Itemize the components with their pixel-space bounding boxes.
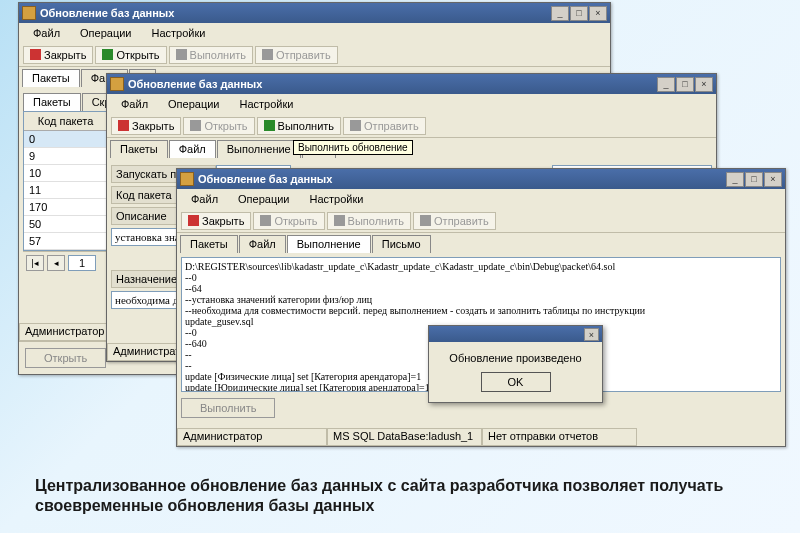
packets-table: Код пакета 0 9 10 11 170 50 57 (23, 111, 108, 251)
app-icon (180, 172, 194, 186)
tab-packets[interactable]: Пакеты (180, 235, 238, 253)
tb-run-button[interactable]: Выполнить (257, 117, 341, 135)
x-icon (30, 49, 41, 60)
win3-titlebar[interactable]: Обновление баз данных _ □ × (177, 169, 785, 189)
open-icon (260, 215, 271, 226)
menu-operations[interactable]: Операции (158, 96, 229, 112)
nav-page[interactable]: 1 (68, 255, 96, 271)
tab-execution[interactable]: Выполнение (217, 140, 301, 158)
table-row[interactable]: 170 (24, 199, 107, 216)
mail-icon (420, 215, 431, 226)
menu-operations[interactable]: Операции (228, 191, 299, 207)
win1-menubar: Файл Операции Настройки (19, 23, 610, 43)
menu-file[interactable]: Файл (181, 191, 228, 207)
tb-close-button[interactable]: Закрыть (23, 46, 93, 64)
win3-toolbar: Закрыть Открыть Выполнить Отправить (177, 209, 785, 233)
run-button-bottom[interactable]: Выполнить (181, 398, 275, 418)
tb-send-button[interactable]: Отправить (413, 212, 496, 230)
play-icon (334, 215, 345, 226)
win3-menubar: Файл Операции Настройки (177, 189, 785, 209)
mail-icon (350, 120, 361, 131)
msgbox: × Обновление произведено OK (428, 325, 603, 403)
msgbox-text: Обновление произведено (439, 352, 592, 364)
win1-titlebar[interactable]: Обновление баз данных _ □ × (19, 3, 610, 23)
table-row[interactable]: 10 (24, 165, 107, 182)
app-icon (110, 77, 124, 91)
tab-file[interactable]: Файл (169, 140, 216, 158)
menu-settings[interactable]: Настройки (300, 191, 374, 207)
status-user: Администратор (177, 428, 327, 446)
status-reports: Нет отправки отчетов (482, 428, 637, 446)
tb-close-button[interactable]: Закрыть (181, 212, 251, 230)
tb-run-button[interactable]: Выполнить (327, 212, 411, 230)
win3-root: Обновление баз данных _ □ × Файл Операци… (176, 168, 786, 447)
table-row[interactable]: 50 (24, 216, 107, 233)
x-icon (188, 215, 199, 226)
tooltip-run: Выполнить обновление (293, 140, 413, 155)
win2-menubar: Файл Операции Настройки (107, 94, 716, 114)
slide-caption: Централизованное обновление баз данных с… (35, 476, 770, 516)
win3-statusbar: Администратор MS SQL DataBase:ladush_1 Н… (177, 428, 785, 446)
win2-toolbar: Закрыть Открыть Выполнить Отправить (107, 114, 716, 138)
win1-toolbar: Закрыть Открыть Выполнить Отправить (19, 43, 610, 67)
table-row[interactable]: 57 (24, 233, 107, 250)
tab-mail[interactable]: Письмо (372, 235, 431, 253)
x-icon (118, 120, 129, 131)
mail-icon (262, 49, 273, 60)
tab-file[interactable]: Файл (239, 235, 286, 253)
minimize-button[interactable]: _ (726, 172, 744, 187)
tb-close-button[interactable]: Закрыть (111, 117, 181, 135)
menu-operations[interactable]: Операции (70, 25, 141, 41)
menu-settings[interactable]: Настройки (142, 25, 216, 41)
menu-file[interactable]: Файл (111, 96, 158, 112)
status-db: MS SQL DataBase:ladush_1 (327, 428, 482, 446)
msgbox-close[interactable]: × (584, 328, 599, 341)
close-window-button[interactable]: × (589, 6, 607, 21)
maximize-button[interactable]: □ (676, 77, 694, 92)
close-window-button[interactable]: × (695, 77, 713, 92)
tb-open-button[interactable]: Открыть (183, 117, 254, 135)
tb-open-button[interactable]: Открыть (95, 46, 166, 64)
tab-packets[interactable]: Пакеты (110, 140, 168, 158)
tab-packets[interactable]: Пакеты (22, 69, 80, 87)
win1-title: Обновление баз данных (40, 7, 551, 19)
status-user: Администратор (19, 323, 119, 341)
subtab-packets[interactable]: Пакеты (23, 93, 81, 111)
minimize-button[interactable]: _ (551, 6, 569, 21)
menu-file[interactable]: Файл (23, 25, 70, 41)
table-row[interactable]: 9 (24, 148, 107, 165)
play-icon (176, 49, 187, 60)
win3-title: Обновление баз данных (198, 173, 726, 185)
table-row[interactable]: 0 (24, 131, 107, 148)
maximize-button[interactable]: □ (745, 172, 763, 187)
tb-run-button[interactable]: Выполнить (169, 46, 253, 64)
play-icon (264, 120, 275, 131)
open-icon (190, 120, 201, 131)
nav-first[interactable]: |◂ (26, 255, 44, 271)
msgbox-titlebar[interactable]: × (429, 326, 602, 342)
open-icon (102, 49, 113, 60)
win3-tabbar: Пакеты Файл Выполнение Письмо (177, 233, 785, 253)
tb-send-button[interactable]: Отправить (343, 117, 426, 135)
win2-titlebar[interactable]: Обновление баз данных _ □ × (107, 74, 716, 94)
tab-execution[interactable]: Выполнение (287, 235, 371, 253)
table-row[interactable]: 11 (24, 182, 107, 199)
col-header[interactable]: Код пакета (24, 112, 107, 131)
tb-send-button[interactable]: Отправить (255, 46, 338, 64)
app-icon (22, 6, 36, 20)
win2-title: Обновление баз данных (128, 78, 657, 90)
nav-prev[interactable]: ◂ (47, 255, 65, 271)
bottom-open-button[interactable]: Открыть (25, 348, 106, 368)
msgbox-ok-button[interactable]: OK (481, 372, 551, 392)
tb-open-button[interactable]: Открыть (253, 212, 324, 230)
msgbox-title (432, 328, 584, 340)
maximize-button[interactable]: □ (570, 6, 588, 21)
close-window-button[interactable]: × (764, 172, 782, 187)
menu-settings[interactable]: Настройки (230, 96, 304, 112)
minimize-button[interactable]: _ (657, 77, 675, 92)
